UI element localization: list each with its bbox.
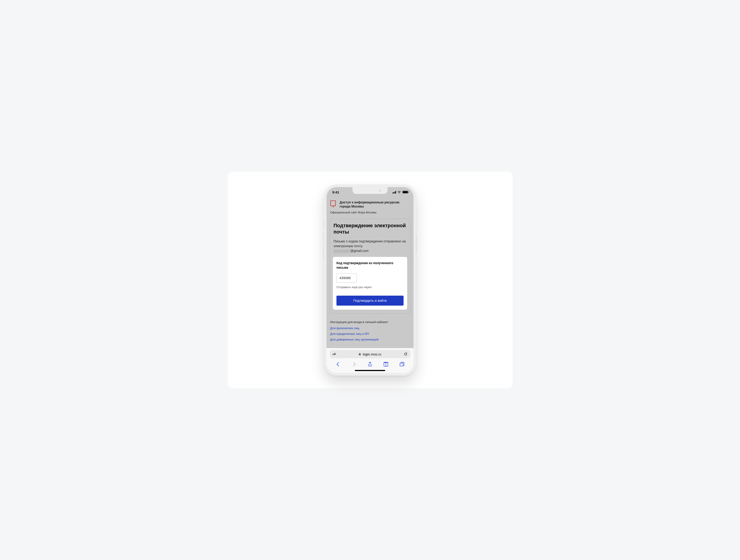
safari-toolbar: A login.mos.ru	[327, 348, 413, 373]
volume-mute-button	[323, 221, 324, 227]
reload-icon[interactable]	[403, 352, 407, 356]
url-text: login.mos.ru	[363, 352, 381, 356]
wifi-icon	[397, 191, 401, 194]
forward-button[interactable]	[351, 361, 357, 367]
svg-rect-1	[400, 363, 403, 366]
url-bar[interactable]: A login.mos.ru	[330, 350, 410, 358]
volume-down-button	[323, 247, 324, 259]
cellular-icon	[392, 191, 396, 194]
code-entry-card: Код подтверждения из полученного письма …	[333, 257, 407, 310]
back-button[interactable]	[335, 361, 341, 367]
panel-info-prefix: Письмо с кодом подтверждения отправлено …	[334, 239, 405, 248]
phone-screen: 9:41 Доступ к информационным ресурсам го…	[327, 187, 413, 373]
tabs-button[interactable]	[399, 361, 405, 367]
text-size-icon[interactable]: A	[333, 352, 336, 356]
phone-notch	[353, 187, 387, 194]
lock-icon	[359, 353, 361, 355]
status-icons	[392, 191, 408, 194]
confirmation-panel: Подтверждение электронной почты Письмо с…	[330, 219, 410, 313]
email-blurred-prefix	[334, 250, 350, 253]
panel-heading: Подтверждение электронной почты	[334, 222, 406, 235]
safari-bottom-bar	[327, 360, 413, 369]
header-subtitle: Официальный сайт Мэра Москвы	[330, 211, 410, 214]
resend-hint: Отправить ещё раз через	[337, 286, 403, 289]
power-button	[416, 235, 417, 252]
svg-rect-0	[359, 354, 361, 355]
email-suffix: @gmail.com	[350, 249, 369, 253]
battery-icon	[402, 191, 408, 194]
home-indicator[interactable]	[355, 370, 385, 371]
instructions-title: Инструкция для входа в личный кабинет:	[330, 320, 410, 324]
bookmarks-button[interactable]	[383, 361, 389, 367]
code-input[interactable]	[337, 273, 357, 283]
browser-viewport[interactable]: Доступ к информационным ресурсам города …	[327, 197, 413, 348]
panel-info: Письмо с кодом подтверждения отправлено …	[334, 239, 406, 253]
instruction-link-individual[interactable]: Для физических лиц	[330, 326, 410, 330]
volume-up-button	[323, 232, 324, 244]
stage: 9:41 Доступ к информационным ресурсам го…	[227, 172, 513, 388]
moscow-logo-icon	[330, 200, 337, 208]
page-header: Доступ к информационным ресурсам города …	[327, 197, 413, 216]
header-title: Доступ к информационным ресурсам города …	[340, 200, 410, 208]
share-button[interactable]	[367, 361, 373, 367]
instruction-link-trusted[interactable]: Для доверенных лиц организаций	[330, 338, 410, 341]
instruction-link-legal[interactable]: Для юридических лиц и ИП	[330, 332, 410, 336]
instructions-block: Инструкция для входа в личный кабинет: Д…	[327, 314, 413, 345]
confirm-login-button[interactable]: Подтвердить и войти	[337, 296, 403, 306]
code-input-label: Код подтверждения из полученного письма	[337, 261, 403, 270]
phone-frame: 9:41 Доступ к информационным ресурсам го…	[324, 185, 416, 375]
